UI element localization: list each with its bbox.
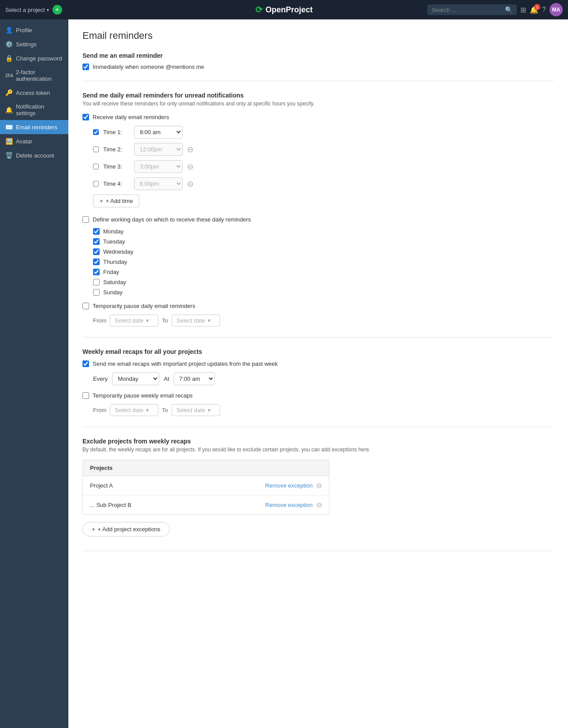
day-wednesday-label: Wednesday — [103, 248, 133, 255]
day-monday-label: Monday — [103, 228, 123, 235]
remove-time4-button[interactable]: ⊖ — [187, 179, 194, 189]
add-exceptions-icon: + — [92, 526, 95, 533]
add-exceptions-button[interactable]: + + Add project exceptions — [82, 522, 170, 537]
sidebar-item-avatar[interactable]: 🖼️ Avatar — [0, 134, 68, 148]
sidebar-item-notification-settings[interactable]: 🔔 Notification settings — [0, 100, 68, 120]
weekly-send-checkbox-row[interactable]: Send me email recaps with important proj… — [82, 360, 554, 367]
sidebar-item-change-password[interactable]: 🔒 Change password — [0, 51, 68, 65]
search-input[interactable] — [432, 7, 502, 13]
help-icon[interactable]: ? — [542, 6, 546, 14]
page-title: Email reminders — [82, 30, 554, 41]
pause-daily-section: Temporarily pause daily email reminders … — [82, 303, 554, 326]
weekly-time-select[interactable]: 6:00 am 7:00 am 8:00 am 9:00 am 10:00 am — [174, 372, 215, 385]
sidebar-item-access-token[interactable]: 🔑 Access token — [0, 86, 68, 100]
sidebar-item-settings[interactable]: ⚙️ Settings — [0, 37, 68, 51]
time3-select[interactable]: 3:00pm — [134, 160, 183, 173]
day-thursday-checkbox[interactable] — [93, 259, 100, 265]
day-saturday-label: Saturday — [103, 279, 126, 285]
working-days-label: Define working days on which to receive … — [93, 216, 251, 223]
divider-1 — [82, 81, 554, 81]
topbar: Select a project ▾ + ⟳ OpenProject 🔍 ⊞ 🔔… — [0, 0, 568, 19]
weekly-from-placeholder: Select date — [115, 407, 143, 413]
pause-daily-checkbox-row[interactable]: Temporarily pause daily email reminders — [82, 303, 554, 309]
time4-label: Time 4: — [103, 180, 130, 187]
grid-icon[interactable]: ⊞ — [520, 6, 526, 14]
sidebar-label-notification-settings: Notification settings — [16, 103, 63, 116]
pause-daily-checkbox[interactable] — [82, 303, 89, 309]
remove-b-icon[interactable]: ⊖ — [316, 501, 322, 509]
time1-select[interactable]: 8:00 am — [134, 126, 183, 139]
receive-daily-checkbox[interactable] — [82, 114, 89, 120]
weekly-to-select[interactable]: Select date ▾ — [172, 404, 220, 416]
footer-divider — [82, 551, 554, 551]
chevron-down-icon: ▾ — [47, 8, 49, 12]
time2-select[interactable]: 12:00pm — [134, 143, 183, 156]
immediate-checkbox[interactable] — [82, 64, 89, 70]
time1-checkbox[interactable] — [93, 129, 99, 135]
day-sunday-label: Sunday — [103, 289, 123, 296]
day-wednesday-checkbox[interactable] — [93, 248, 100, 255]
notification-icon[interactable]: 🔔 1 — [530, 6, 538, 14]
key-icon: 🔑 — [5, 89, 12, 96]
immediate-section-title: Send me an email reminder — [82, 52, 554, 59]
sidebar-item-delete-account[interactable]: 🗑️ Delete account — [0, 148, 68, 162]
daily-section-title: Send me daily email reminders for unread… — [82, 92, 554, 99]
time4-select[interactable]: 6:00pm — [134, 177, 183, 190]
receive-daily-checkbox-row[interactable]: Receive daily email reminders — [82, 114, 554, 120]
profile-icon: 👤 — [5, 26, 12, 34]
daily-from-select[interactable]: Select date ▾ — [110, 315, 158, 326]
time-row-2: Time 2: 12:00pm ⊖ — [93, 143, 554, 156]
weekly-send-checkbox[interactable] — [82, 360, 89, 367]
working-days-checkbox[interactable] — [82, 216, 89, 223]
remove-exception-b-link[interactable]: Remove exception — [265, 502, 313, 508]
search-box[interactable]: 🔍 — [427, 4, 517, 15]
layout: 👤 Profile ⚙️ Settings 🔒 Change password … — [0, 19, 568, 728]
add-project-button[interactable]: + — [52, 5, 62, 15]
project-a-name: Project A — [90, 482, 113, 489]
remove-exception-a-link[interactable]: Remove exception — [265, 482, 313, 489]
divider-3 — [82, 427, 554, 427]
project-row-a: Project A Remove exception ⊖ — [83, 476, 329, 495]
pause-weekly-checkbox-row[interactable]: Temporarily pause weekly email recaps — [82, 392, 554, 399]
day-tuesday-row: Tuesday — [93, 238, 554, 245]
pause-weekly-checkbox[interactable] — [82, 392, 89, 399]
project-selector[interactable]: Select a project ▾ — [5, 7, 49, 13]
weekly-from-select[interactable]: Select date ▾ — [110, 404, 158, 416]
main-content: Email reminders Send me an email reminde… — [68, 19, 568, 728]
time3-checkbox[interactable] — [93, 164, 99, 169]
remove-a-icon[interactable]: ⊖ — [316, 481, 322, 490]
sidebar-item-profile[interactable]: 👤 Profile — [0, 23, 68, 37]
remove-time2-button[interactable]: ⊖ — [187, 145, 194, 154]
weekly-day-select[interactable]: Monday Tuesday Wednesday Thursday Friday… — [112, 372, 159, 385]
day-friday-checkbox[interactable] — [93, 269, 100, 275]
daily-from-placeholder: Select date — [115, 317, 143, 324]
time4-checkbox[interactable] — [93, 181, 99, 187]
add-time-button[interactable]: + + Add time — [93, 195, 139, 207]
sidebar-item-2fa[interactable]: 2FA 2-factor authentication — [0, 65, 68, 86]
daily-to-select[interactable]: Select date ▾ — [172, 315, 220, 326]
day-thursday-label: Thursday — [103, 259, 127, 265]
project-row-b: ... Sub Project B Remove exception ⊖ — [83, 495, 329, 514]
working-days-checkbox-row[interactable]: Define working days on which to receive … — [82, 216, 554, 223]
immediate-checkbox-row[interactable]: Immediately when someone @mentions me — [82, 64, 554, 70]
weekly-to-placeholder: Select date — [176, 407, 205, 413]
sidebar-item-email-reminders[interactable]: ✉️ Email reminders — [0, 120, 68, 134]
project-b-name: ... Sub Project B — [90, 502, 131, 508]
sidebar-label-delete-account: Delete account — [16, 152, 54, 159]
day-tuesday-checkbox[interactable] — [93, 238, 100, 245]
day-tuesday-label: Tuesday — [103, 238, 125, 245]
time-row-4: Time 4: 6:00pm ⊖ — [93, 177, 554, 190]
add-time-icon: + — [100, 198, 103, 204]
day-monday-checkbox[interactable] — [93, 228, 100, 235]
pause-weekly-section: Temporarily pause weekly email recaps Fr… — [82, 392, 554, 416]
exclude-subtitle: By default, the weekly recaps are for al… — [82, 447, 554, 453]
time2-checkbox[interactable] — [93, 146, 99, 152]
remove-time3-button[interactable]: ⊖ — [187, 162, 194, 172]
sidebar-label-avatar: Avatar — [16, 138, 32, 145]
day-sunday-checkbox[interactable] — [93, 289, 100, 296]
add-exceptions-label: + Add project exceptions — [98, 526, 161, 533]
avatar[interactable]: MA — [549, 3, 563, 16]
day-saturday-checkbox[interactable] — [93, 279, 100, 285]
days-section: Monday Tuesday Wednesday Thursday — [93, 228, 554, 296]
weekly-send-label: Send me email recaps with important proj… — [93, 360, 278, 367]
